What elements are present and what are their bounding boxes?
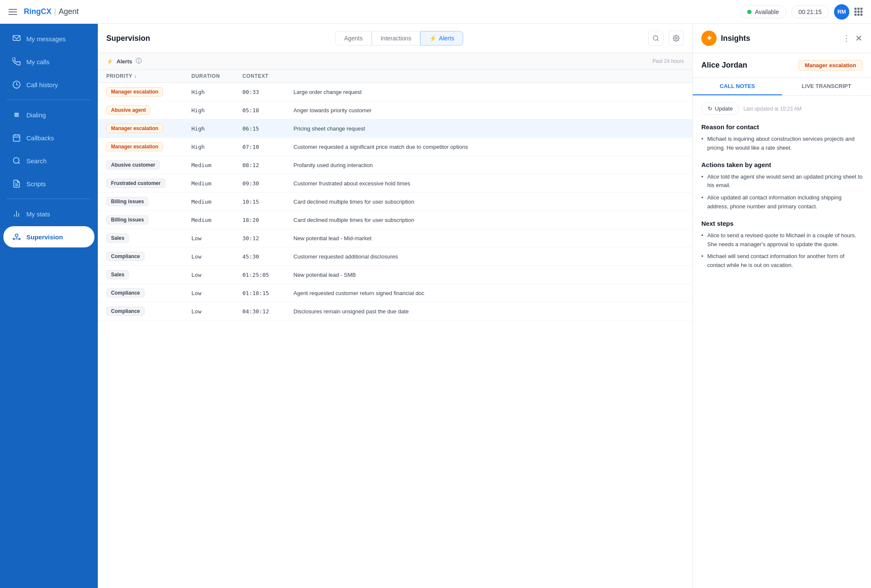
duration-cell: 00:33 [242,89,293,95]
header-left: RingCX | Agent [9,7,79,16]
table-row[interactable]: Sales Low 30:12 New potential lead - Mid… [98,229,692,247]
clock-icon [12,80,21,89]
supervision-title: Supervision [106,34,150,43]
sidebar-label-my-stats: My stats [26,210,50,218]
alerts-label: ⚡ Alerts ⓘ [106,57,142,65]
tab-alerts[interactable]: ⚡Alerts [420,31,463,45]
table-row[interactable]: Sales Low 01:25:05 New potential lead - … [98,266,692,284]
info-icon: ⓘ [136,57,142,65]
sidebar-item-search[interactable]: Search [3,150,94,171]
sidebar-item-dialing[interactable]: Dialing [3,104,94,125]
alert-badge: Manager escalation [106,87,163,97]
priority-cell: Medium [191,162,242,168]
manager-escalation-badge: Manager escalation [798,60,862,71]
logo-subtitle: Agent [59,7,79,16]
sidebar-label-dialing: Dialing [26,111,46,119]
dial-icon [12,110,21,119]
supervision-header: Supervision Agents Interactions ⚡Alerts [98,24,692,53]
tab-live-transcript[interactable]: LIVE TRANSCRIPT [782,78,871,95]
duration-cell: 30:12 [242,235,293,241]
alert-badge: Manager escalation [106,124,163,133]
svg-point-22 [15,234,18,237]
table-row[interactable]: Manager escalation High 00:33 Large orde… [98,83,692,101]
sidebar-item-my-messages[interactable]: My messages [3,28,94,49]
tab-agents[interactable]: Agents [335,31,372,45]
svg-line-26 [657,40,658,41]
table-row[interactable]: Frustrated customer Medium 09:30 Custome… [98,174,692,193]
table-row[interactable]: Compliance Low 45:30 Customer requested … [98,247,692,266]
alerts-tab-icon: ⚡ [429,35,436,42]
action-item-2: Alice updated all contact information in… [701,193,862,211]
status-pill[interactable]: Available [740,6,786,18]
sidebar-divider-1 [7,99,91,100]
context-cell: Card declined multiple times for user su… [293,217,684,223]
context-cell: Card declined multiple times for user su… [293,199,684,205]
actions-title: Actions taken by agent [701,161,862,168]
alerts-table-body: Manager escalation High 00:33 Large orde… [98,83,692,588]
svg-point-8 [16,116,17,117]
badge-cell: Sales [106,233,191,243]
badge-cell: Manager escalation [106,124,191,133]
tab-interactions[interactable]: Interactions [372,31,420,45]
content-area: Supervision Agents Interactions ⚡Alerts [98,24,871,588]
alert-badge: Compliance [106,252,145,261]
alert-badge: Sales [106,233,129,243]
calendar-icon [12,133,21,142]
svg-line-16 [18,162,20,164]
priority-cell: Low [191,253,242,260]
table-row[interactable]: Billing issues Medium 18:20 Card decline… [98,211,692,229]
table-row[interactable]: Compliance Low 04:30:12 Disclosures rema… [98,302,692,321]
col-context: Context [242,73,293,79]
close-button[interactable]: ✕ [855,33,862,43]
priority-cell: Low [191,290,242,296]
sidebar-label-call-history: Call history [26,81,58,88]
alert-badge: Compliance [106,307,145,316]
sidebar-label-supervision: Supervision [26,233,63,241]
duration-cell: 07:10 [242,144,293,150]
alert-badge: Abusive customer [106,160,160,170]
alerts-time: Past 24 hours [652,58,684,64]
table-row[interactable]: Billing issues Medium 10:15 Card decline… [98,193,692,211]
reason-for-contact-section: Reason for contact Michael is inquiring … [701,123,862,153]
settings-button[interactable] [669,31,684,46]
insights-panel: ✦ Insights ⋮ ✕ Alice Jordan Manager esca… [692,24,871,588]
table-row[interactable]: Abusive agent High 05:18 Anger towards p… [98,101,692,119]
table-row[interactable]: Manager escalation High 06:15 Pricing sh… [98,119,692,138]
status-dot [747,10,751,14]
next-steps-title: Next steps [701,220,862,227]
svg-rect-11 [14,135,20,141]
sidebar-item-call-history[interactable]: Call history [3,74,94,95]
badge-cell: Sales [106,270,191,279]
sidebar-item-scripts[interactable]: Scripts [3,173,94,194]
table-row[interactable]: Manager escalation High 07:10 Customer r… [98,138,692,156]
duration-cell: 18:20 [242,217,293,223]
status-text: Available [755,9,779,15]
sidebar-item-callbacks[interactable]: Callbacks [3,127,94,148]
avatar[interactable]: RM [834,4,849,20]
svg-point-4 [18,114,19,115]
alert-badge: Billing issues [106,197,148,206]
badge-cell: Billing issues [106,215,191,224]
search-button[interactable] [648,31,663,46]
badge-cell: Compliance [106,307,191,316]
menu-button[interactable] [9,9,17,15]
update-button[interactable]: ↻ Update [701,102,739,115]
badge-cell: Billing issues [106,197,191,206]
alert-badge: Sales [106,270,129,279]
sort-icon: ↓ [134,73,137,79]
more-options-button[interactable]: ⋮ [843,34,850,43]
priority-cell: High [191,107,242,114]
tab-call-notes[interactable]: CALL NOTES [693,78,782,95]
sidebar-item-supervision[interactable]: Supervision [3,226,94,247]
table-row[interactable]: Abusive customer Medium 08:12 Profanity … [98,156,692,174]
sidebar-item-my-stats[interactable]: My stats [3,203,94,224]
table-row[interactable]: Compliance Low 01:18:15 Agent requested … [98,284,692,302]
sidebar-item-my-calls[interactable]: My calls [3,51,94,72]
svg-point-10 [18,116,19,117]
priority-cell: Medium [191,180,242,187]
insights-logo: ✦ [701,31,717,46]
app-grid-icon[interactable] [854,8,862,16]
badge-cell: Manager escalation [106,87,191,97]
context-cell: New potential lead - Mid-market [293,235,684,241]
notes-tabs: CALL NOTES LIVE TRANSCRIPT [693,78,871,96]
